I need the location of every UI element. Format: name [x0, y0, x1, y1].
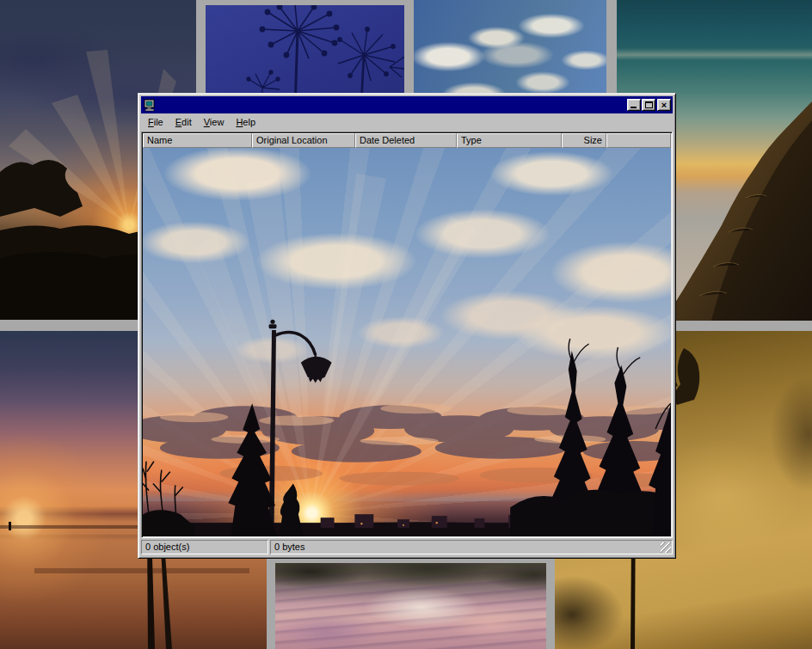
column-header-type[interactable]: Type [457, 133, 562, 148]
status-bytes: 0 bytes [270, 540, 673, 554]
maximize-button[interactable] [642, 99, 655, 111]
desktop: { "window": { "title": "", "icon": "comp… [0, 0, 812, 649]
minimize-button[interactable] [627, 99, 641, 111]
column-header-name[interactable]: Name [143, 133, 252, 148]
minimize-icon [631, 107, 637, 108]
recycle-bin-window: × File Edit View Help Name Original Loca… [138, 93, 676, 559]
close-button[interactable]: × [657, 99, 671, 111]
status-bytes-text: 0 bytes [274, 542, 304, 552]
menu-bar: File Edit View Help [141, 113, 673, 131]
column-header-blank[interactable] [606, 133, 671, 148]
list-frame: Name Original Location Date Deleted Type… [141, 132, 673, 538]
close-icon: × [661, 101, 667, 109]
column-header-row: Name Original Location Date Deleted Type… [143, 133, 671, 148]
menu-view[interactable]: View [198, 115, 231, 130]
maximize-icon [645, 101, 653, 108]
menu-edit[interactable]: Edit [169, 115, 198, 130]
column-header-size[interactable]: Size [562, 133, 606, 148]
computer-icon [143, 99, 157, 112]
status-objects: 0 object(s) [141, 540, 268, 554]
column-header-date-deleted[interactable]: Date Deleted [355, 133, 457, 148]
column-header-original-location[interactable]: Original Location [252, 133, 355, 148]
status-bar: 0 object(s) 0 bytes [141, 540, 673, 555]
resize-grip[interactable] [661, 542, 671, 553]
list-view-empty-sunset-background[interactable] [143, 148, 671, 536]
menu-help[interactable]: Help [230, 115, 261, 130]
sunset-photo-silhouettes [143, 148, 671, 536]
title-bar[interactable]: × [141, 96, 673, 113]
menu-file[interactable]: File [142, 115, 169, 130]
wallpaper-photo-water-reflection [275, 563, 546, 649]
